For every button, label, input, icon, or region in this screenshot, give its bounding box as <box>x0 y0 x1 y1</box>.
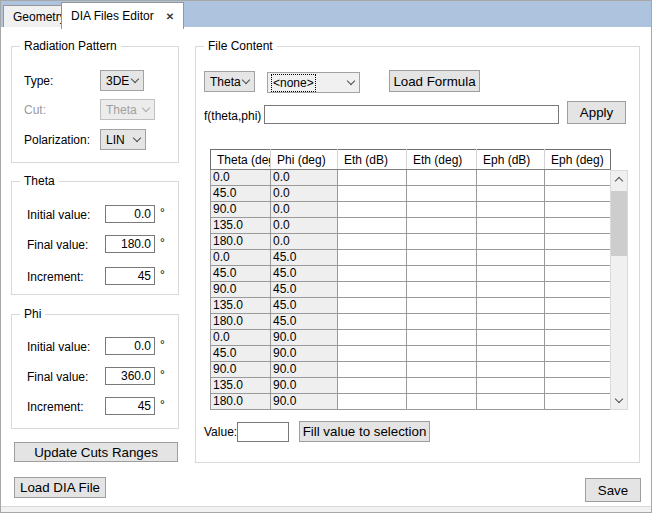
table-cell[interactable] <box>545 330 611 346</box>
table-cell[interactable] <box>338 362 407 378</box>
table-cell[interactable] <box>477 250 545 266</box>
fill-value-button[interactable]: Fill value to selection <box>299 421 430 442</box>
table-cell[interactable] <box>477 362 545 378</box>
phi-final-input[interactable] <box>105 367 155 385</box>
table-cell[interactable] <box>477 298 545 314</box>
table-cell[interactable]: 180.0 <box>211 394 271 410</box>
table-cell[interactable] <box>545 378 611 394</box>
table-cell[interactable]: 90.0 <box>211 202 271 218</box>
table-cell[interactable] <box>338 282 407 298</box>
table-cell[interactable] <box>545 234 611 250</box>
table-cell[interactable] <box>545 298 611 314</box>
save-button[interactable]: Save <box>585 478 641 502</box>
table-cell[interactable] <box>338 186 407 202</box>
theta-increment-input[interactable] <box>105 267 155 285</box>
table-cell[interactable] <box>545 282 611 298</box>
table-cell[interactable] <box>477 234 545 250</box>
type-combobox[interactable]: 3DE <box>100 70 144 91</box>
table-cell[interactable] <box>338 250 407 266</box>
table-cell[interactable] <box>545 314 611 330</box>
table-cell[interactable] <box>407 282 477 298</box>
table-cell[interactable] <box>338 298 407 314</box>
table-cell[interactable]: 135.0 <box>211 298 271 314</box>
table-cell[interactable]: 0.0 <box>271 170 338 186</box>
table-cell[interactable]: 45.0 <box>271 282 338 298</box>
table-cell[interactable]: 45.0 <box>211 186 271 202</box>
table-cell[interactable] <box>477 202 545 218</box>
table-cell[interactable] <box>338 202 407 218</box>
update-cuts-ranges-button[interactable]: Update Cuts Ranges <box>14 442 178 462</box>
table-cell[interactable] <box>477 394 545 410</box>
table-cell[interactable]: 0.0 <box>271 218 338 234</box>
table-cell[interactable] <box>407 362 477 378</box>
table-cell[interactable] <box>545 170 611 186</box>
table-cell[interactable] <box>338 394 407 410</box>
table-cell[interactable] <box>407 330 477 346</box>
scrollbar-down-icon[interactable] <box>611 392 627 409</box>
table-cell[interactable] <box>338 378 407 394</box>
table-cell[interactable]: 45.0 <box>271 266 338 282</box>
table-cell[interactable]: 45.0 <box>271 314 338 330</box>
table-cell[interactable]: 45.0 <box>211 346 271 362</box>
table-cell[interactable] <box>545 266 611 282</box>
scrollbar-up-icon[interactable] <box>611 171 627 188</box>
table-cell[interactable]: 45.0 <box>271 298 338 314</box>
table-cell[interactable]: 135.0 <box>211 378 271 394</box>
table-cell[interactable] <box>477 314 545 330</box>
component-combobox[interactable]: Theta <box>204 71 255 92</box>
function-input[interactable] <box>264 105 559 124</box>
table-cell[interactable]: 90.0 <box>271 362 338 378</box>
table-cell[interactable]: 90.0 <box>271 394 338 410</box>
load-formula-button[interactable]: Load Formula <box>389 70 480 92</box>
column-header[interactable]: Eph (dB) <box>477 150 545 170</box>
table-cell[interactable] <box>545 346 611 362</box>
vertical-scrollbar[interactable] <box>610 170 628 410</box>
table-cell[interactable] <box>545 186 611 202</box>
table-cell[interactable]: 90.0 <box>271 330 338 346</box>
column-header[interactable]: Phi (deg) <box>271 150 338 170</box>
value-input[interactable] <box>237 422 289 442</box>
table-cell[interactable]: 0.0 <box>271 202 338 218</box>
table-cell[interactable] <box>338 330 407 346</box>
scrollbar-thumb[interactable] <box>611 191 627 256</box>
table-cell[interactable]: 0.0 <box>271 234 338 250</box>
phi-initial-input[interactable] <box>105 337 155 355</box>
table-cell[interactable] <box>407 346 477 362</box>
table-cell[interactable]: 45.0 <box>211 266 271 282</box>
table-cell[interactable]: 180.0 <box>211 234 271 250</box>
theta-final-input[interactable] <box>105 235 155 253</box>
table-cell[interactable] <box>477 170 545 186</box>
tab-dia-files-editor[interactable]: DIA Files Editor ✕ <box>61 2 184 29</box>
table-cell[interactable] <box>477 346 545 362</box>
table-cell[interactable] <box>477 378 545 394</box>
table-cell[interactable] <box>545 250 611 266</box>
theta-initial-input[interactable] <box>105 205 155 223</box>
table-cell[interactable] <box>407 266 477 282</box>
formula-select-combobox[interactable]: <none> <box>267 72 360 93</box>
table-cell[interactable] <box>545 218 611 234</box>
table-cell[interactable] <box>477 218 545 234</box>
table-cell[interactable] <box>407 378 477 394</box>
column-header[interactable]: Eth (dB) <box>338 150 407 170</box>
table-cell[interactable] <box>477 282 545 298</box>
table-cell[interactable]: 0.0 <box>211 250 271 266</box>
phi-increment-input[interactable] <box>105 397 155 415</box>
table-cell[interactable] <box>338 314 407 330</box>
table-cell[interactable]: 135.0 <box>211 218 271 234</box>
table-cell[interactable] <box>477 330 545 346</box>
table-cell[interactable]: 0.0 <box>271 186 338 202</box>
column-header[interactable]: Theta (deg) <box>211 150 271 170</box>
table-cell[interactable] <box>338 266 407 282</box>
table-cell[interactable] <box>407 202 477 218</box>
table-cell[interactable] <box>338 234 407 250</box>
polarization-combobox[interactable]: LIN <box>100 129 146 150</box>
table-cell[interactable] <box>338 170 407 186</box>
table-cell[interactable] <box>407 234 477 250</box>
table-cell[interactable] <box>545 362 611 378</box>
table-cell[interactable] <box>407 218 477 234</box>
table-cell[interactable] <box>545 202 611 218</box>
table-cell[interactable]: 0.0 <box>211 170 271 186</box>
table-cell[interactable] <box>407 250 477 266</box>
column-header[interactable]: Eph (deg) <box>545 150 611 170</box>
table-cell[interactable]: 0.0 <box>211 330 271 346</box>
